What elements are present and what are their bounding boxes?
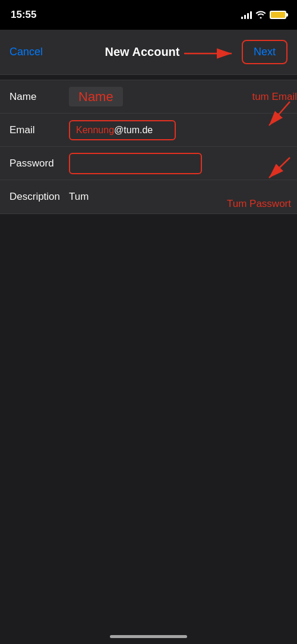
email-row: Email Kennung @tum.de — [0, 114, 297, 147]
page-title: New Account — [43, 45, 242, 59]
home-indicator — [110, 635, 187, 638]
wifi-icon — [255, 10, 266, 20]
password-field[interactable] — [76, 158, 195, 168]
name-label: Name — [10, 91, 69, 103]
tum-passwort-annotation: Tum Passwort — [227, 198, 291, 210]
description-row: Description Tum Tum Passwort — [0, 180, 297, 213]
tum-email-annotation: tum Email — [252, 91, 297, 103]
status-bar: 15:55 — [0, 0, 297, 30]
email-label: Email — [10, 124, 69, 136]
name-row: Name Name tum Email — [0, 80, 297, 114]
form-section: Name Name tum Email Email Kennung @tum.d… — [0, 80, 297, 214]
next-button[interactable]: Next — [242, 40, 287, 64]
password-input[interactable] — [69, 153, 202, 174]
nav-bar: Cancel New Account Next — [0, 30, 297, 75]
battery-icon — [270, 11, 286, 19]
description-label: Description — [10, 191, 69, 203]
cancel-button[interactable]: Cancel — [10, 46, 43, 58]
signal-icon — [241, 11, 252, 19]
status-time: 15:55 — [11, 9, 36, 21]
email-input[interactable]: Kennung @tum.de — [69, 120, 176, 140]
status-icons — [241, 10, 286, 20]
email-kennung: Kennung — [76, 125, 114, 136]
password-row: Password — [0, 147, 297, 180]
password-label: Password — [10, 158, 69, 169]
svg-line-5 — [269, 158, 290, 178]
email-domain: @tum.de — [114, 125, 153, 136]
name-annotation: Name — [69, 89, 123, 105]
name-annotation-text: Name — [69, 87, 123, 106]
